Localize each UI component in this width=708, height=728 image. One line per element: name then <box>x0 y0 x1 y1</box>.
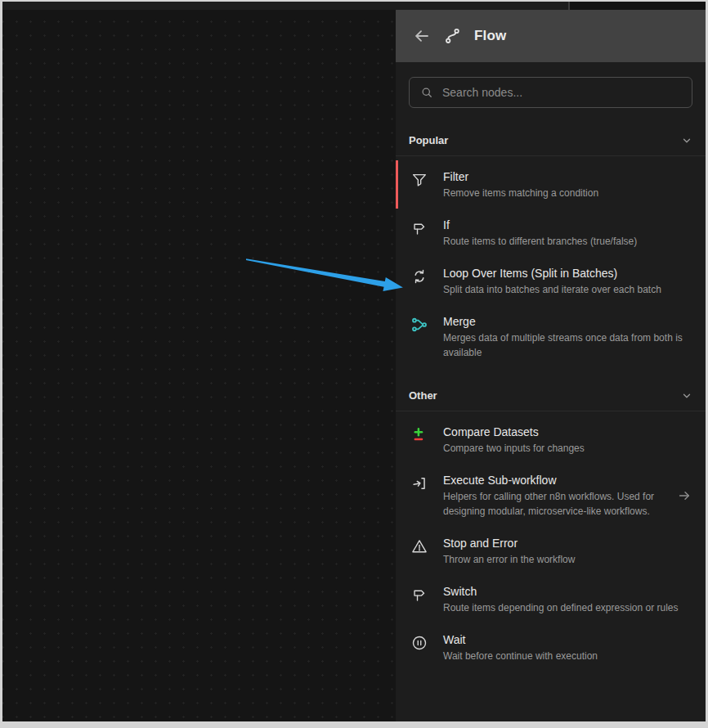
panel-title: Flow <box>474 28 507 44</box>
signpost-icon <box>409 217 430 237</box>
node-item-title: If <box>443 217 692 233</box>
node-item-title: Execute Sub-workflow <box>443 472 660 488</box>
chevron-down-icon <box>681 390 692 402</box>
top-bar-left-segment <box>2 2 568 10</box>
search-input[interactable] <box>442 86 682 99</box>
loop-icon <box>409 265 430 285</box>
node-item-title: Compare Datasets <box>443 424 692 440</box>
node-item-description: Throw an error in the workflow <box>443 552 692 567</box>
node-item-title: Merge <box>443 313 692 330</box>
node-item-compare-datasets[interactable]: Compare Datasets Compare two inputs for … <box>396 416 706 464</box>
node-item-if[interactable]: If Route items to different branches (tr… <box>396 209 706 257</box>
node-item-description: Route items to different branches (true/… <box>443 234 692 249</box>
node-item-description: Split data into batches and iterate over… <box>443 282 692 297</box>
top-bar-right-segment <box>570 2 706 10</box>
chevron-down-icon <box>681 135 692 146</box>
search-box[interactable] <box>409 77 692 108</box>
node-item-description: Compare two inputs for changes <box>443 441 692 456</box>
pause-circle-icon <box>409 631 430 652</box>
arrow-into-bracket-icon <box>409 472 430 492</box>
filter-icon <box>409 169 430 189</box>
node-item-description: Remove items matching a condition <box>443 186 692 200</box>
panel-body: Popular <box>396 62 706 721</box>
section-header-other[interactable]: Other <box>396 389 706 411</box>
node-item-description: Merges data of multiple streams once dat… <box>443 330 692 360</box>
node-item-wait[interactable]: Wait Wait before continue with execution <box>396 623 706 672</box>
section-label: Popular <box>409 134 448 146</box>
node-item-execute-subworkflow[interactable]: Execute Sub-workflow Helpers for calling… <box>396 464 706 527</box>
node-item-merge[interactable]: Merge Merges data of multiple streams on… <box>396 305 706 368</box>
top-bar-divider <box>568 2 570 10</box>
compare-datasets-icon <box>409 424 430 444</box>
node-item-description: Helpers for calling other n8n workflows.… <box>443 489 660 519</box>
node-item-title: Wait <box>443 631 692 648</box>
other-items-list: Compare Datasets Compare two inputs for … <box>396 416 706 672</box>
signpost-icon <box>409 583 430 604</box>
node-item-title: Filter <box>443 169 692 185</box>
warning-triangle-icon <box>409 535 430 555</box>
node-item-title: Stop and Error <box>443 535 692 551</box>
node-item-filter[interactable]: Filter Remove items matching a condition <box>396 160 706 209</box>
submenu-arrow-icon[interactable] <box>673 488 692 504</box>
popular-items-list: Filter Remove items matching a condition… <box>396 160 706 368</box>
section-label: Other <box>409 389 437 402</box>
panel-header: Flow <box>396 10 706 62</box>
node-item-description: Route items depending on defined express… <box>443 600 692 615</box>
flow-category-icon <box>443 26 463 46</box>
nodes-panel: Flow Popular <box>396 10 706 721</box>
search-icon <box>419 85 434 100</box>
app-window: Flow Popular <box>2 2 706 721</box>
node-item-title: Loop Over Items (Split in Batches) <box>443 265 692 281</box>
node-item-switch[interactable]: Switch Route items depending on defined … <box>396 575 706 623</box>
workflow-canvas[interactable] <box>2 10 396 721</box>
node-item-stop-and-error[interactable]: Stop and Error Throw an error in the wor… <box>396 527 706 575</box>
node-item-description: Wait before continue with execution <box>443 649 692 663</box>
back-arrow-icon[interactable] <box>412 26 432 46</box>
window-top-bar <box>2 2 706 10</box>
node-item-loop-over-items[interactable]: Loop Over Items (Split in Batches) Split… <box>396 257 706 305</box>
merge-icon <box>409 313 430 334</box>
node-item-title: Switch <box>443 583 692 600</box>
section-header-popular[interactable]: Popular <box>396 134 706 156</box>
